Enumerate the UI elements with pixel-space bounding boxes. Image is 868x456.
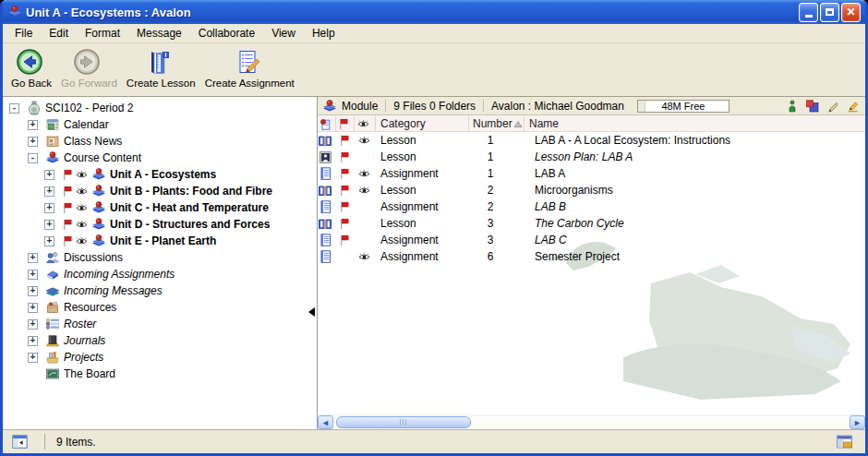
free-space-gauge: 48M Free [637, 100, 729, 113]
scroll-right-button[interactable]: ► [850, 415, 865, 429]
online-user-icon[interactable] [785, 99, 799, 114]
menu-file[interactable]: File [6, 25, 41, 42]
flag-column-header[interactable] [336, 115, 355, 132]
expand-toggle-icon[interactable]: + [28, 120, 38, 130]
news-icon [44, 134, 60, 149]
list-row[interactable]: Lesson 1 LAB A - A Local Ecosystem: Inst… [318, 132, 865, 149]
expand-toggle-icon[interactable]: + [44, 186, 54, 197]
create-lesson-label: Create Lesson [127, 78, 196, 89]
expand-toggle-icon[interactable]: + [28, 336, 38, 346]
thumb-grip [400, 419, 408, 426]
sidebar-item-discussions[interactable]: + Discussions [3, 249, 317, 266]
go-back-button[interactable]: Go Back [8, 48, 54, 89]
maximize-button[interactable] [820, 3, 839, 22]
sidebar-item-unit-e[interactable]: + Unit E - Planet Earth [3, 233, 317, 249]
sidebar-item-calendar[interactable]: + Calendar [3, 116, 317, 133]
expand-toggle-icon[interactable]: + [28, 319, 38, 330]
expand-toggle-icon[interactable]: + [44, 170, 54, 180]
eye-icon [76, 184, 88, 198]
list-header: Category Number Name [318, 115, 865, 132]
category-column-header[interactable]: Category [376, 115, 469, 132]
minimize-button[interactable] [799, 3, 818, 22]
flag-icon [61, 234, 73, 248]
list-row[interactable]: Assignment 3 LAB C [318, 232, 865, 248]
projects-icon [44, 350, 60, 365]
number-cell: 2 [469, 182, 524, 198]
close-button[interactable]: ✕ [841, 3, 861, 22]
tree-item-label: Journals [64, 334, 105, 347]
expand-toggle-icon[interactable]: + [28, 137, 38, 147]
sidebar-item-class-news[interactable]: + Class News [3, 133, 317, 150]
sidebar-item-course-content[interactable]: - Course Content [3, 150, 317, 166]
sidebar-item-roster[interactable]: + Roster [3, 316, 317, 332]
eye-icon [358, 166, 370, 181]
content-area: - SCI102 - Period 2 + Calendar + Class N… [3, 97, 865, 429]
scroll-left-button[interactable]: ◄ [318, 415, 333, 429]
collapse-panel-arrow[interactable] [308, 307, 315, 317]
list-row[interactable]: Assignment 2 LAB B [318, 198, 865, 215]
list-row[interactable]: Lesson 3 The Carbon Cycle [318, 215, 865, 232]
assignment-item-icon [318, 249, 333, 264]
number-cell: 1 [469, 132, 524, 149]
go-forward-button[interactable]: Go Forward [58, 48, 120, 89]
menu-edit[interactable]: Edit [41, 25, 77, 42]
menu-help[interactable]: Help [304, 25, 344, 42]
sidebar-item-projects[interactable]: + Projects [3, 349, 317, 366]
list-row[interactable]: Lesson 2 Microorganisms [318, 182, 865, 198]
split-view-icon[interactable] [837, 435, 852, 450]
eye-icon [358, 183, 370, 198]
expand-toggle-icon[interactable]: + [28, 303, 38, 313]
expand-toggle-icon[interactable]: + [28, 270, 38, 280]
expand-toggle-icon[interactable]: + [28, 353, 38, 363]
expand-toggle-icon[interactable]: + [28, 286, 38, 296]
go-back-icon [16, 48, 43, 76]
name-cell: Lesson Plan: LAB A [524, 149, 865, 165]
sidebar-item-unit-b[interactable]: + Unit B - Plants: Food and Fibre [3, 183, 317, 199]
stacked-books-icon [44, 283, 60, 298]
sidebar-item-journals[interactable]: + Journals [3, 332, 317, 349]
tree-item-label: Incoming Assignments [64, 268, 175, 281]
slide-item-icon [318, 150, 333, 164]
menu-format[interactable]: Format [77, 25, 128, 42]
lesson-item-icon [318, 216, 333, 231]
item-type-column-header[interactable] [318, 115, 336, 132]
shared-folder-icon[interactable] [805, 99, 819, 114]
sidebar-item-unit-d[interactable]: + Unit D - Structures and Forces [3, 216, 317, 233]
sidebar-item-sci102[interactable]: - SCI102 - Period 2 [3, 100, 317, 116]
expand-toggle-icon[interactable]: + [44, 203, 54, 213]
list-row[interactable]: Assignment 6 Semester Project [318, 248, 865, 265]
sidebar-tree: - SCI102 - Period 2 + Calendar + Class N… [3, 97, 318, 429]
tree-item-label: Unit A - Ecosystems [110, 168, 216, 181]
sidebar-item-the-board[interactable]: The Board [3, 366, 317, 382]
server-user-label: Avalon : Michael Goodman [491, 100, 624, 113]
sidebar-item-unit-a[interactable]: + Unit A - Ecosystems [3, 166, 317, 183]
create-lesson-button[interactable]: Create Lesson [124, 48, 199, 89]
category-cell: Assignment [376, 248, 469, 265]
assignment-item-icon [318, 199, 333, 214]
sidebar-item-unit-c[interactable]: + Unit C - Heat and Temperature [3, 199, 317, 216]
sidebar-item-incoming-assignments[interactable]: + Incoming Assignments [3, 266, 317, 282]
number-column-header[interactable]: Number [469, 115, 524, 132]
expand-toggle-icon[interactable]: + [28, 253, 38, 263]
scrollbar-thumb[interactable] [336, 416, 471, 428]
sidebar-item-resources[interactable]: + Resources [3, 299, 317, 316]
menu-collaborate[interactable]: Collaborate [190, 25, 263, 42]
list-row[interactable]: Assignment 1 LAB A [318, 165, 865, 182]
name-column-header[interactable]: Name [524, 115, 865, 132]
menu-view[interactable]: View [263, 25, 304, 42]
collapse-toggle-icon[interactable]: - [9, 103, 19, 114]
menu-message[interactable]: Message [128, 25, 190, 42]
signature-pen-icon[interactable] [846, 99, 860, 114]
toggle-sidebar-icon[interactable] [12, 435, 28, 450]
list-row[interactable]: Lesson 1 Lesson Plan: LAB A [318, 149, 865, 165]
sidebar-item-incoming-messages[interactable]: + Incoming Messages [3, 282, 317, 299]
number-cell: 1 [469, 149, 524, 165]
chalkboard-icon [44, 366, 60, 381]
edit-pencil-icon[interactable] [826, 99, 839, 114]
collapse-toggle-icon[interactable]: - [28, 153, 38, 163]
expand-toggle-icon[interactable]: + [44, 220, 54, 230]
create-assignment-button[interactable]: Create Assignment [202, 48, 297, 89]
eye-column-header[interactable] [355, 115, 376, 132]
flag-icon [338, 133, 350, 148]
expand-toggle-icon[interactable]: + [44, 236, 54, 246]
